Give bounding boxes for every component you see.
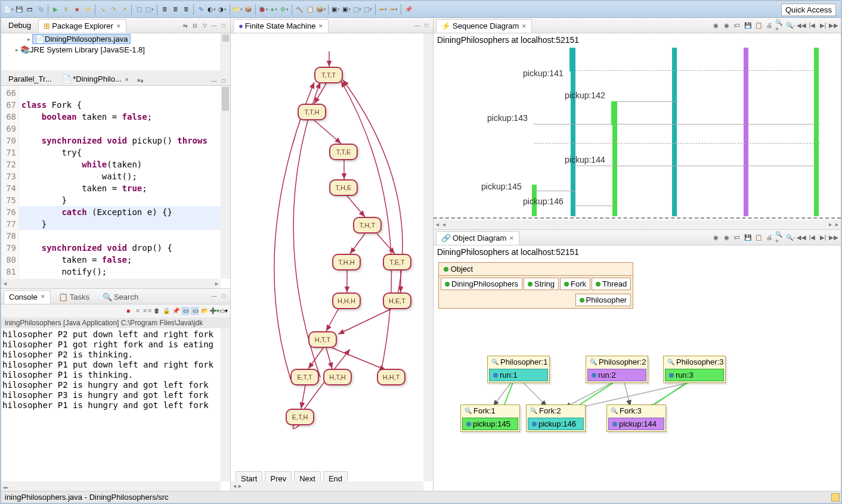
more-tabs[interactable]: »₂ <box>134 75 145 85</box>
editor-tab-1[interactable]: Parallel_Tr... <box>4 73 57 85</box>
obj-node[interactable]: 🔍Fork:1 pickup:145 <box>460 405 520 432</box>
nav3-icon[interactable]: ⬚ <box>352 5 362 14</box>
fsm-node[interactable]: T,T,H <box>298 104 326 120</box>
play2-icon[interactable]: ◉ <box>722 21 731 30</box>
flag-icon[interactable]: 🏷 <box>732 21 742 30</box>
close-icon[interactable]: ✕ <box>41 294 45 300</box>
open-icon[interactable]: 📂 <box>200 307 209 315</box>
nav4-icon[interactable]: ⬚ <box>363 5 373 14</box>
fsm-node[interactable]: E,T,H <box>286 409 314 425</box>
filter1-icon[interactable]: ≣ <box>160 5 169 14</box>
max-icon[interactable]: □ <box>422 21 431 30</box>
zoomout-icon[interactable]: 🔍- <box>786 21 795 30</box>
min-icon[interactable]: — <box>210 292 218 300</box>
search-tab[interactable]: 🔍 Search <box>97 290 144 304</box>
min-icon[interactable]: — <box>210 77 218 85</box>
filter3-icon[interactable]: ≣ <box>181 5 191 14</box>
class-chip[interactable]: Philosopher <box>575 294 632 306</box>
obj-node[interactable]: 🔍Philosopher:1 run:1 <box>487 356 550 383</box>
zoomin-icon[interactable]: 🔍+ <box>775 21 785 30</box>
tool1-icon[interactable]: ◐ <box>207 5 216 14</box>
console-output[interactable]: hilosopher P2 put down left and right fo… <box>1 328 230 491</box>
scrollbar-vertical[interactable] <box>221 86 230 279</box>
obj-canvas[interactable]: DiningPhilosophers at localhost:52151 Ob… <box>434 245 841 491</box>
build2-icon[interactable]: 📋 <box>305 5 315 14</box>
scrollbar-horizontal[interactable] <box>1 279 221 288</box>
seq-tab[interactable]: ⚡ Sequence Diagram ✕ <box>436 19 532 33</box>
previ-icon[interactable]: |◀ <box>807 233 817 242</box>
last-icon[interactable]: ▶▶ <box>829 21 838 30</box>
new-icon[interactable]: 📄 <box>4 5 13 14</box>
save-icon[interactable]: 💾 <box>743 233 753 242</box>
new-console-icon[interactable]: ➕▾ <box>210 307 218 315</box>
class-chip[interactable]: DiningPhilosophers <box>441 278 522 290</box>
fsm-node[interactable]: T,H,E <box>329 179 358 196</box>
pin-icon[interactable]: 📌 <box>172 307 180 315</box>
code-editor[interactable]: 666768697071727374757677787980818283 cla… <box>1 86 230 288</box>
fsm-canvas[interactable]: T,T,T T,T,H T,T,E T,H,E T,H,T T,H,H T,E,… <box>231 33 433 491</box>
fsm-tab[interactable]: ● Finite State Machine ✕ <box>233 19 329 33</box>
seq-canvas[interactable]: DiningPhilosophers at localhost:52151 pi… <box>434 33 841 230</box>
remove-all-icon[interactable]: ✕✕ <box>143 307 151 315</box>
pkg-icon[interactable]: 📦 <box>243 5 253 14</box>
nexti-icon[interactable]: ▶| <box>818 21 828 30</box>
collapse-icon[interactable]: ⇆ <box>181 21 190 30</box>
expander-icon[interactable]: ▸ <box>13 46 20 53</box>
debug-tab[interactable]: Debug <box>4 20 36 31</box>
fwd-icon[interactable]: ➡ <box>389 5 398 14</box>
max-icon[interactable]: □ <box>219 77 228 85</box>
obj-node[interactable]: 🔍Philosopher:3 run:3 <box>663 356 726 383</box>
notification-icon[interactable] <box>831 493 840 502</box>
editor-tab-2[interactable]: 📄 *DiningPhilo... ✕ <box>57 73 135 85</box>
menu-icon[interactable]: ▽ <box>200 21 209 30</box>
tree-row[interactable]: ▸ 📄 DiningPhilosophers.java <box>1 33 230 45</box>
obj-node[interactable]: 🔍Fork:2 pickup:146 <box>526 405 586 432</box>
quick-access[interactable]: Quick Access <box>781 4 836 16</box>
zoomout-icon[interactable]: 🔍- <box>786 233 795 242</box>
nexti-icon[interactable]: ▶| <box>818 233 828 242</box>
print-icon[interactable]: 🖨 <box>764 233 774 242</box>
close-icon[interactable]: ✕ <box>522 23 527 29</box>
fsm-node[interactable]: H,T,H <box>323 369 352 385</box>
play1-icon[interactable]: ◉ <box>711 21 720 30</box>
pin-icon[interactable]: 📌 <box>404 5 413 14</box>
first-icon[interactable]: ◀◀ <box>797 21 806 30</box>
stop-icon[interactable]: ■ <box>124 307 132 315</box>
obj-node[interactable]: 🔍Philosopher:2 run:2 <box>586 356 648 383</box>
class-chip[interactable]: String <box>524 278 559 290</box>
disconnect-icon[interactable]: ⚡ <box>83 5 92 14</box>
previ-icon[interactable]: |◀ <box>807 21 817 30</box>
fsm-node[interactable]: T,E,T <box>383 254 411 270</box>
nav2-icon[interactable]: ▣ <box>342 5 351 14</box>
save-icon[interactable]: 💾 <box>743 21 753 30</box>
scrollbar-vertical[interactable] <box>221 328 230 482</box>
tool2-icon[interactable]: ◑ <box>218 5 227 14</box>
fsm-node[interactable]: T,H,T <box>353 217 382 234</box>
remove-icon[interactable]: ✕ <box>134 307 142 315</box>
fsm-node[interactable]: T,T,T <box>314 67 343 83</box>
copy-icon[interactable]: 📋 <box>754 233 763 242</box>
min-icon[interactable]: — <box>210 21 218 30</box>
console-tab[interactable]: Console✕ <box>4 290 51 304</box>
class-chip[interactable]: Thread <box>592 278 631 290</box>
build3-icon[interactable]: 📦 <box>316 5 326 14</box>
nav1-icon[interactable]: ▣ <box>331 5 340 14</box>
display2-icon[interactable]: ▭ <box>191 307 199 315</box>
display-icon[interactable]: ▭ <box>181 307 190 315</box>
run-icon[interactable]: ● <box>269 5 278 14</box>
class-chip[interactable]: Fork <box>560 278 590 290</box>
obj-tab[interactable]: 🔗 Object Diagram ✕ <box>436 231 519 245</box>
scrollbar-vertical[interactable] <box>423 33 433 481</box>
zoomin-icon[interactable]: 🔍+ <box>775 233 785 242</box>
back-icon[interactable]: ⬅ <box>378 5 388 14</box>
filter2-icon[interactable]: ≣ <box>171 5 180 14</box>
obj-node[interactable]: 🔍Fork:3 pickup:144 <box>606 405 666 432</box>
tree-row[interactable]: ▸ 📚 JRE System Library [JavaSE-1.8] <box>1 45 230 55</box>
resume-icon[interactable]: ▶ <box>51 5 60 14</box>
step-over-icon[interactable]: ↷ <box>109 5 118 14</box>
close-icon[interactable]: ✕ <box>509 235 514 241</box>
close-icon[interactable]: ✕ <box>318 23 323 29</box>
pkg-explorer-tab[interactable]: ⊞ Package Explorer ✕ <box>38 19 126 33</box>
link-icon[interactable]: ⊟ <box>191 21 199 30</box>
fsm-node[interactable]: H,T,T <box>308 331 337 348</box>
